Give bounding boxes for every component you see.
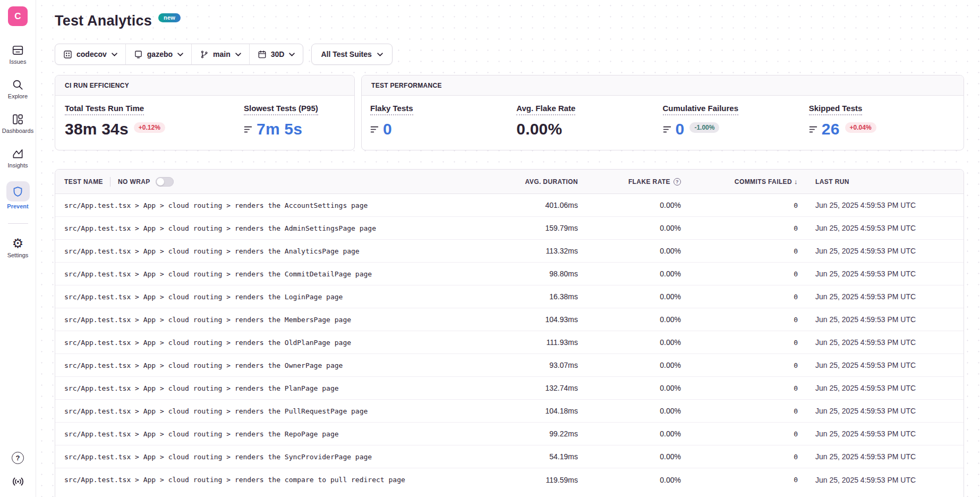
table-row[interactable]: src/App.test.tsx > App > cloud routing >… bbox=[55, 308, 964, 331]
avg-duration-cell: 104.18ms bbox=[472, 407, 578, 415]
table-row[interactable]: src/App.test.tsx > App > cloud routing >… bbox=[55, 331, 964, 354]
sidebar-item-dashboards[interactable]: Dashboards bbox=[0, 112, 36, 134]
repo-selector[interactable]: gazebo bbox=[125, 44, 191, 64]
page-title: Test Analytics bbox=[55, 13, 152, 29]
avg-duration-cell: 99.22ms bbox=[472, 429, 578, 438]
test-name-cell[interactable]: src/App.test.tsx > App > cloud routing >… bbox=[55, 270, 472, 278]
metric-label[interactable]: Total Tests Run Time bbox=[65, 104, 144, 115]
metric-label[interactable]: Slowest Tests (P95) bbox=[244, 104, 318, 115]
sidebar-nav: Issues Explore Dashboards bbox=[0, 43, 36, 258]
table-row[interactable]: src/App.test.tsx > App > cloud routing >… bbox=[55, 445, 964, 468]
commits-failed-cell: 0 bbox=[681, 476, 798, 484]
column-flake-rate[interactable]: FLAKE RATE bbox=[578, 178, 681, 186]
test-name-cell[interactable]: src/App.test.tsx > App > cloud routing >… bbox=[55, 384, 472, 392]
organization-icon bbox=[63, 50, 72, 59]
test-name-cell[interactable]: src/App.test.tsx > App > cloud routing >… bbox=[55, 430, 472, 438]
avg-duration-cell: 98.80ms bbox=[472, 269, 578, 278]
chevron-down-icon bbox=[112, 53, 117, 56]
test-name-cell[interactable]: src/App.test.tsx > App > cloud routing >… bbox=[55, 201, 472, 209]
metric-label[interactable]: Skipped Tests bbox=[809, 104, 863, 115]
panel-body: Total Tests Run Time 38m 34s +0.12% Slow… bbox=[55, 96, 354, 150]
metric-value-link[interactable]: 0 bbox=[383, 120, 392, 138]
commits-failed-cell: 0 bbox=[681, 384, 798, 392]
test-suites-dropdown[interactable]: All Test Suites bbox=[311, 44, 392, 65]
column-avg-duration[interactable]: AVG. DURATION bbox=[472, 178, 578, 186]
metric-value-link[interactable]: 0 bbox=[676, 120, 685, 138]
test-name-cell[interactable]: src/App.test.tsx > App > cloud routing >… bbox=[55, 293, 472, 301]
commits-failed-cell: 0 bbox=[681, 224, 798, 232]
column-last-run[interactable]: LAST RUN bbox=[798, 178, 964, 186]
column-commits-failed[interactable]: COMMITS FAILED bbox=[681, 178, 798, 186]
table-row[interactable]: src/App.test.tsx > App > cloud routing >… bbox=[55, 194, 964, 217]
delta-badge: +0.12% bbox=[134, 122, 165, 133]
last-run-cell: Jun 25, 2025 4:59:53 PM UTC bbox=[798, 201, 964, 209]
sidebar-item-label: Dashboards bbox=[2, 128, 33, 134]
metric-label[interactable]: Avg. Flake Rate bbox=[516, 104, 575, 115]
delta-badge: -1.00% bbox=[689, 122, 719, 133]
table-row[interactable]: src/App.test.tsx > App > cloud routing >… bbox=[55, 263, 964, 285]
last-run-cell: Jun 25, 2025 4:59:53 PM UTC bbox=[798, 338, 964, 347]
date-range-label: 30D bbox=[271, 50, 285, 58]
commits-failed-cell: 0 bbox=[681, 270, 798, 278]
avg-duration-cell: 16.38ms bbox=[472, 292, 578, 301]
flake-rate-cell: 0.00% bbox=[578, 429, 681, 438]
sidebar-item-settings[interactable]: ⚙ Settings bbox=[0, 237, 36, 258]
branch-selector-label: main bbox=[213, 50, 231, 58]
ci-run-efficiency-panel: CI RUN EFFICIENCY Total Tests Run Time 3… bbox=[55, 75, 355, 150]
table-row[interactable]: src/App.test.tsx > App > cloud routing >… bbox=[55, 400, 964, 423]
question-circle-icon[interactable] bbox=[674, 178, 681, 186]
metric-label[interactable]: Cumulative Failures bbox=[663, 104, 739, 115]
avg-duration-cell: 159.79ms bbox=[472, 224, 578, 232]
commits-failed-cell: 0 bbox=[681, 453, 798, 461]
metric-value: 38m 34s bbox=[65, 120, 129, 138]
sidebar-item-issues[interactable]: Issues bbox=[0, 43, 36, 65]
last-run-cell: Jun 25, 2025 4:59:53 PM UTC bbox=[798, 247, 964, 255]
metric-value: 0.00% bbox=[516, 120, 562, 138]
branch-selector[interactable]: main bbox=[191, 44, 249, 64]
commits-failed-cell: 0 bbox=[681, 201, 798, 209]
sidebar-item-label: Settings bbox=[7, 252, 29, 258]
table-row[interactable]: src/App.test.tsx > App > cloud routing >… bbox=[55, 240, 964, 263]
flake-rate-cell: 0.00% bbox=[578, 452, 681, 461]
help-icon[interactable] bbox=[12, 452, 24, 464]
table-row[interactable]: src/App.test.tsx > App > cloud routing >… bbox=[55, 423, 964, 445]
sidebar-item-explore[interactable]: Explore bbox=[0, 78, 36, 99]
metric-skipped-tests: Skipped Tests 26 +0.04% bbox=[809, 104, 955, 150]
test-name-cell[interactable]: src/App.test.tsx > App > cloud routing >… bbox=[55, 247, 472, 255]
table-row[interactable]: src/App.test.tsx > App > cloud routing >… bbox=[55, 377, 964, 400]
test-name-cell[interactable]: src/App.test.tsx > App > cloud routing >… bbox=[55, 476, 472, 484]
metric-label[interactable]: Flaky Tests bbox=[370, 104, 413, 115]
table-row[interactable]: src/App.test.tsx > App > cloud routing >… bbox=[55, 468, 964, 491]
table-row[interactable]: src/App.test.tsx > App > cloud routing >… bbox=[55, 285, 964, 308]
shield-icon bbox=[6, 181, 30, 201]
sidebar-item-insights[interactable]: Insights bbox=[0, 147, 36, 169]
delta-badge: +0.04% bbox=[845, 122, 876, 133]
metric-value-link[interactable]: 26 bbox=[822, 120, 840, 138]
avg-duration-cell: 104.93ms bbox=[472, 315, 578, 324]
flake-rate-cell: 0.00% bbox=[578, 224, 681, 232]
table-row[interactable]: src/App.test.tsx > App > cloud routing >… bbox=[55, 217, 964, 240]
test-name-cell[interactable]: src/App.test.tsx > App > cloud routing >… bbox=[55, 453, 472, 461]
flake-rate-cell: 0.00% bbox=[578, 476, 681, 484]
no-wrap-toggle[interactable] bbox=[156, 177, 174, 187]
flake-rate-cell: 0.00% bbox=[578, 201, 681, 209]
org-selector[interactable]: codecov bbox=[55, 44, 125, 64]
test-name-cell[interactable]: src/App.test.tsx > App > cloud routing >… bbox=[55, 224, 472, 232]
test-name-cell[interactable]: src/App.test.tsx > App > cloud routing >… bbox=[55, 361, 472, 369]
avg-duration-cell: 111.93ms bbox=[472, 338, 578, 347]
date-range-selector[interactable]: 30D bbox=[249, 44, 303, 64]
panel-body: Flaky Tests 0 Avg. Flake Rate 0.00% Cumu… bbox=[362, 96, 964, 150]
chevron-down-icon bbox=[177, 53, 183, 56]
test-name-header[interactable]: TEST NAME bbox=[64, 178, 103, 186]
last-run-cell: Jun 25, 2025 4:59:53 PM UTC bbox=[798, 269, 964, 278]
sidebar-item-prevent[interactable]: Prevent bbox=[0, 181, 36, 209]
org-avatar[interactable]: C bbox=[8, 6, 28, 26]
test-name-cell[interactable]: src/App.test.tsx > App > cloud routing >… bbox=[55, 339, 472, 347]
test-name-cell[interactable]: src/App.test.tsx > App > cloud routing >… bbox=[55, 407, 472, 415]
table-row[interactable]: src/App.test.tsx > App > cloud routing >… bbox=[55, 354, 964, 377]
sidebar-item-label: Explore bbox=[8, 93, 28, 99]
metric-value-link[interactable]: 7m 5s bbox=[257, 120, 302, 138]
summary-panels: CI RUN EFFICIENCY Total Tests Run Time 3… bbox=[55, 75, 964, 150]
broadcast-icon[interactable] bbox=[11, 475, 25, 488]
test-name-cell[interactable]: src/App.test.tsx > App > cloud routing >… bbox=[55, 316, 472, 324]
